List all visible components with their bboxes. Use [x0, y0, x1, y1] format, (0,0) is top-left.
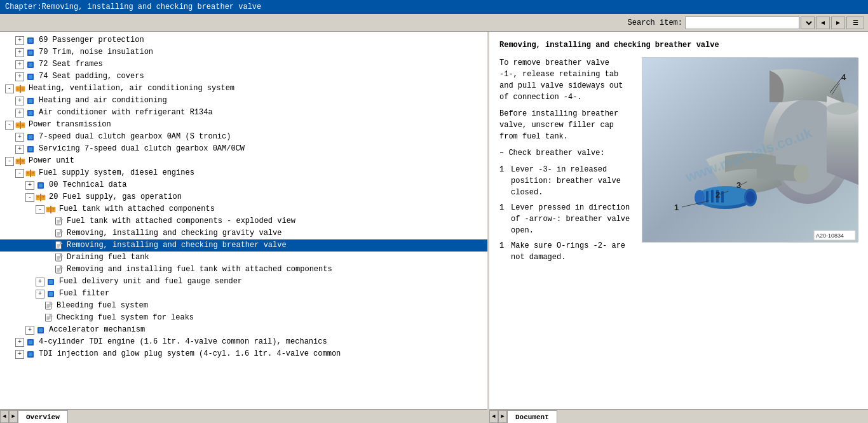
tree-item[interactable]: +Heating and air conditioning [0, 95, 487, 107]
tree-item-label: Bleeding fuel system [57, 300, 148, 311]
tree-item-label: Removing and installing fuel tank with a… [67, 264, 332, 275]
tree-item[interactable]: Draining fuel tank [0, 252, 487, 264]
expand-icon[interactable]: + [25, 181, 34, 190]
expand-icon[interactable]: + [15, 36, 24, 45]
doc-scroll-left[interactable]: ◄ [489, 410, 498, 423]
collapse-icon[interactable]: - [5, 121, 14, 130]
book-icon [46, 206, 56, 213]
tree-item-label: 70 Trim, noise insulation [39, 47, 153, 58]
tree-item-label: Heating and air conditioning [39, 95, 167, 106]
tree-item[interactable]: +72 Seat frames [0, 58, 487, 70]
tree-item[interactable]: +00 Technical data [0, 179, 487, 191]
doc-icon [44, 302, 53, 311]
tree-item[interactable]: Removing and installing fuel tank with a… [0, 264, 487, 276]
expand-icon[interactable]: + [15, 133, 24, 142]
right-panel: Removing, installing and checking breath… [489, 32, 868, 423]
expand-icon[interactable]: + [15, 109, 24, 117]
svg-rect-102 [29, 340, 32, 344]
svg-rect-39 [30, 170, 31, 177]
expand-icon[interactable]: + [25, 326, 34, 335]
folder-icon [25, 73, 36, 81]
tab-overview[interactable]: Overview [18, 410, 68, 423]
tree-item[interactable]: -Fuel supply system, diesel engines [0, 167, 487, 179]
svg-point-110 [794, 164, 809, 183]
tree-item[interactable]: -Heating, ventilation, air conditioning … [0, 83, 487, 95]
tree-item-label: 69 Passenger protection [39, 35, 144, 46]
tree-scroll-right[interactable]: ► [9, 410, 18, 423]
collapse-icon[interactable]: - [36, 205, 44, 214]
tree-item[interactable]: +7-speed dual clutch gearbox 0AM (S tron… [0, 131, 487, 143]
search-prev-button[interactable]: ◄ [816, 17, 830, 29]
search-input[interactable] [685, 17, 799, 29]
tree-item[interactable]: +74 Seat padding, covers [0, 70, 487, 83]
svg-rect-18 [29, 111, 32, 115]
search-next-button[interactable]: ► [831, 17, 845, 29]
tree-item[interactable]: -20 Fuel supply, gas operation [0, 191, 487, 203]
tree-item[interactable]: Fuel tank with attached components - exp… [0, 215, 487, 227]
folder-icon [25, 109, 36, 117]
tree-container[interactable]: +69 Passenger protection+70 Trim, noise … [0, 32, 487, 409]
tree-item[interactable]: Bleeding fuel system [0, 300, 487, 312]
doc-image: 1 2 3 4 www.manuals.co.uk A20-108 [642, 57, 858, 243]
search-dropdown[interactable] [801, 17, 815, 29]
tree-item[interactable]: +Fuel filter [0, 288, 487, 300]
tree-item[interactable]: -Power transmission [0, 119, 487, 131]
expand-icon[interactable]: + [15, 338, 24, 347]
svg-rect-16 [29, 99, 32, 103]
tree-item-label: Power transmission [29, 119, 111, 130]
svg-rect-32 [20, 158, 21, 165]
right-tab-bar: ◄ ► Document [489, 409, 868, 423]
tree-item[interactable]: +4-cylinder TDI engine (1.6 ltr. 4-valve… [0, 336, 487, 348]
tree-item[interactable]: Checking fuel system for leaks [0, 312, 487, 324]
folder-icon [25, 61, 36, 69]
tree-item[interactable]: +69 Passenger protection [0, 34, 487, 46]
tree-item-label: Removing, installing and checking gravit… [67, 228, 281, 239]
tree-item[interactable]: +70 Trim, noise insulation [0, 46, 487, 58]
expand-icon[interactable]: + [15, 350, 24, 359]
book-icon [15, 121, 25, 129]
tab-document[interactable]: Document [507, 410, 557, 423]
expand-icon[interactable]: + [15, 48, 24, 57]
expand-icon[interactable]: + [36, 290, 44, 299]
collapse-icon[interactable]: - [5, 84, 14, 93]
svg-point-108 [827, 102, 858, 115]
tree-item-label: 7-speed dual clutch gearbox 0AM (S troni… [39, 131, 231, 142]
folder-icon [25, 133, 36, 141]
folder-icon [25, 97, 36, 105]
tree-item-label: 74 Seat padding, covers [39, 71, 144, 82]
expand-icon[interactable]: + [36, 278, 44, 286]
tree-item[interactable]: -Power unit [0, 155, 487, 167]
tree-item[interactable]: -Fuel tank with attached components [0, 203, 487, 215]
tree-scroll-left[interactable]: ◄ [0, 410, 9, 423]
tree-item-label: Accelerator mechanism [49, 325, 145, 335]
tree-item[interactable]: +Accelerator mechanism [0, 324, 487, 336]
tree-item-label: 20 Fuel supply, gas operation [49, 192, 182, 203]
tree-item-label: 72 Seat frames [39, 59, 103, 70]
tree-item[interactable]: +Fuel delivery unit and fuel gauge sende… [0, 276, 487, 288]
search-label: Search item: [628, 18, 682, 27]
book-icon [15, 158, 25, 165]
doc-icon [55, 217, 64, 226]
doc-scroll-right[interactable]: ► [498, 410, 507, 423]
svg-rect-45 [39, 184, 43, 187]
tree-item-label: Power unit [29, 156, 74, 166]
tree-item[interactable]: Removing, installing and checking breath… [0, 239, 487, 252]
tree-item[interactable]: +Air conditioner with refrigerant R134a [0, 107, 487, 119]
collapse-icon[interactable]: - [15, 169, 24, 178]
svg-rect-7 [29, 75, 32, 79]
collapse-icon[interactable]: - [25, 193, 34, 202]
svg-rect-86 [49, 280, 53, 284]
tree-item[interactable]: +TDI injection and glow plug system (4-c… [0, 348, 487, 360]
tree-item[interactable]: Removing, installing and checking gravit… [0, 227, 487, 239]
collapse-icon[interactable]: - [5, 157, 14, 166]
expand-icon[interactable]: + [15, 97, 24, 105]
folder-icon [25, 145, 36, 153]
doc-icon [55, 229, 64, 238]
title-bar: Chapter:Removing, installing and checkin… [0, 0, 868, 14]
expand-icon[interactable]: + [15, 72, 24, 81]
expand-icon[interactable]: + [15, 145, 24, 154]
tree-item[interactable]: +Servicing 7-speed dual clutch gearbox 0… [0, 143, 487, 155]
toolbar-extra-button[interactable]: ☰ [846, 17, 864, 29]
expand-icon[interactable]: + [15, 60, 24, 69]
folder-icon [25, 339, 36, 346]
